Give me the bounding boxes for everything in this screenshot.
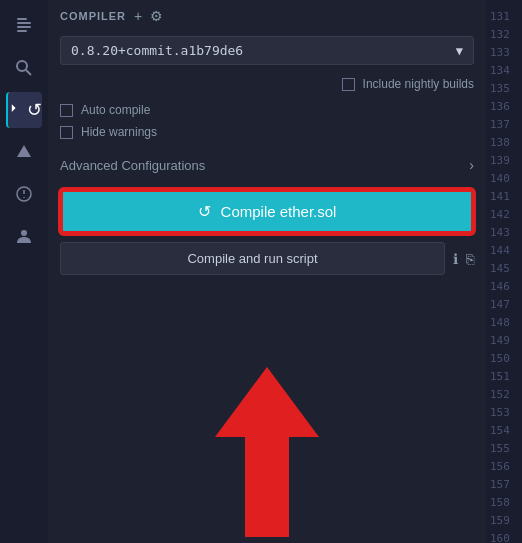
activity-icon-user[interactable] [6,218,42,254]
svg-rect-0 [17,18,27,20]
svg-rect-1 [17,22,31,24]
advanced-configurations[interactable]: Advanced Configurations › [48,143,486,181]
activity-icon-deploy[interactable] [6,134,42,170]
activity-icon-search[interactable] [6,50,42,86]
hide-warnings-label: Hide warnings [81,125,157,139]
compile-button-label: Compile ether.sol [221,203,337,220]
compiler-label: COMPILER [60,10,126,22]
svg-point-10 [21,230,27,236]
info-icon[interactable]: ℹ [453,251,458,267]
svg-rect-3 [17,30,27,32]
auto-compile-label: Auto compile [81,103,150,117]
hide-warnings-row: Hide warnings [60,125,474,139]
checkboxes-section: Auto compile Hide warnings [48,99,486,143]
hide-warnings-checkbox[interactable] [60,126,73,139]
panel-header: COMPILER + ⚙ [48,0,486,32]
settings-icon[interactable]: ⚙ [150,8,163,24]
chevron-right-icon: › [469,157,474,173]
svg-point-4 [17,61,27,71]
svg-line-5 [26,70,31,75]
line-numbers: 1311321331341351361371381391401411421431… [486,0,522,543]
activity-icon-files[interactable] [6,8,42,44]
compile-button[interactable]: ↺ Compile ether.sol [60,189,474,234]
dropdown-arrow-icon: ▼ [456,44,463,58]
version-select[interactable]: 0.8.20+commit.a1b79de6 ▼ [60,36,474,65]
add-icon[interactable]: + [134,8,142,24]
advanced-label: Advanced Configurations [60,158,205,173]
auto-compile-checkbox[interactable] [60,104,73,117]
version-value: 0.8.20+commit.a1b79de6 [71,43,243,58]
svg-rect-2 [17,26,31,28]
compile-script-row: Compile and run script ℹ ⎘ [60,242,474,275]
auto-compile-row: Auto compile [60,103,474,117]
copy-icon[interactable]: ⎘ [466,251,474,267]
compile-script-label: Compile and run script [187,251,317,266]
nightly-checkbox[interactable] [342,78,355,91]
version-row: 0.8.20+commit.a1b79de6 ▼ [48,32,486,69]
activity-icon-debug[interactable] [6,176,42,212]
svg-marker-6 [17,145,31,157]
activity-icon-compiler[interactable]: ↺ [6,92,42,128]
nightly-label: Include nightly builds [363,77,474,91]
compile-refresh-icon: ↺ [198,202,211,221]
activity-bar: ↺ [0,0,48,543]
compile-script-button[interactable]: Compile and run script [60,242,445,275]
nightly-row: Include nightly builds [48,69,486,99]
main-panel: COMPILER + ⚙ 0.8.20+commit.a1b79de6 ▼ In… [48,0,486,543]
